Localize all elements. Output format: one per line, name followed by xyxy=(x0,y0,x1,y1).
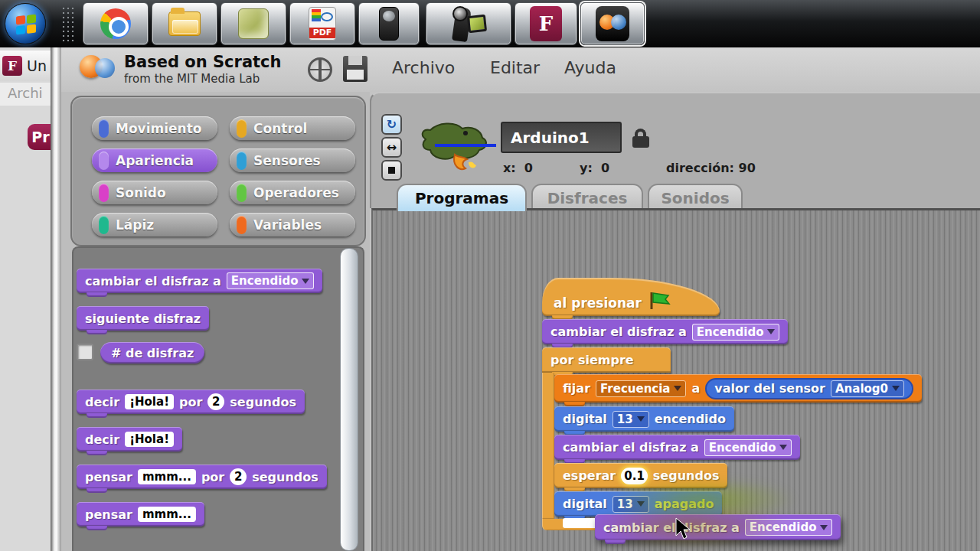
tab-disfraces[interactable]: Disfraces xyxy=(531,184,643,211)
app-button-gadget[interactable] xyxy=(358,2,420,45)
script-block-fijar-frecuencia[interactable]: fijar Frecuencia a valor del sensor Anal… xyxy=(554,374,922,403)
category-lapiz[interactable]: Lápiz xyxy=(92,213,217,236)
block-label: digital xyxy=(563,497,607,511)
app-button-flash[interactable]: F xyxy=(514,2,577,45)
windows-start-button[interactable] xyxy=(5,3,46,44)
palette-block-pensar[interactable]: pensar mmm... xyxy=(77,502,204,527)
control-color-pill xyxy=(237,119,247,138)
block-label: cambiar el disfraz a xyxy=(550,324,687,339)
app-button-file-explorer[interactable] xyxy=(152,2,217,45)
text-input[interactable]: ¡Hola! xyxy=(125,432,174,447)
pin-dropdown[interactable]: 13 xyxy=(612,496,649,513)
tab-sonidos[interactable]: Sonidos xyxy=(648,184,743,211)
category-sonido[interactable]: Sonido xyxy=(92,181,217,204)
pdf-label: PDF xyxy=(309,28,335,38)
palette-scrollbar[interactable] xyxy=(340,248,358,551)
por-siempre-arm xyxy=(542,373,554,519)
camcorder-icon xyxy=(448,6,489,41)
menu-editar[interactable]: Editar xyxy=(490,58,540,77)
chevron-down-icon xyxy=(820,525,828,530)
script-block-cambiar-disfraz-2[interactable]: cambiar el disfraz a Encendido xyxy=(554,435,800,460)
tab-label: Sonidos xyxy=(661,189,729,207)
flip-icon: ↔ xyxy=(387,140,397,155)
dragged-block-cambiar-disfraz[interactable]: cambiar el disfraz a Encendido xyxy=(595,514,841,540)
chevron-down-icon xyxy=(779,445,787,450)
sprite-name-field[interactable]: Arduino1 xyxy=(501,122,622,153)
sensor-dropdown[interactable]: Analog0 xyxy=(831,380,904,397)
script-block-por-siempre[interactable]: por siempre xyxy=(542,347,671,373)
screen: PDF F F Un Archi Pr Based on Scratch fr xyxy=(0,0,980,551)
app-button-video-capture[interactable] xyxy=(426,2,511,45)
app-button-notes[interactable] xyxy=(220,2,286,45)
script-block-cambiar-disfraz-1[interactable]: cambiar el disfraz a Encendido xyxy=(542,319,788,344)
app-subtitle: from the MIT Media Lab xyxy=(124,72,260,86)
green-flag-icon xyxy=(648,291,671,311)
menu-ayuda[interactable]: Ayuda xyxy=(564,58,616,77)
s4a-icon xyxy=(596,6,629,41)
rotate-style-button[interactable]: ↻ xyxy=(381,114,402,135)
dropdown-value: Encendido xyxy=(231,274,299,288)
chevron-down-icon xyxy=(892,386,900,391)
lock-icon[interactable] xyxy=(632,129,649,148)
pin-dropdown[interactable]: 13 xyxy=(612,411,649,428)
category-sensores[interactable]: Sensores xyxy=(230,148,355,172)
text-input[interactable]: mmm... xyxy=(138,507,196,522)
text-input[interactable]: ¡Hola! xyxy=(125,394,174,409)
block-label: cambiar el disfraz a xyxy=(85,274,221,289)
watcher-checkbox[interactable] xyxy=(77,344,93,360)
flip-style-button[interactable]: ↔ xyxy=(381,137,402,158)
palette-block-cambiar-disfraz[interactable]: cambiar el disfraz a Encendido xyxy=(77,269,322,293)
category-variables[interactable]: Variables xyxy=(230,213,355,236)
notes-icon xyxy=(238,8,269,39)
category-apariencia[interactable]: Apariencia xyxy=(92,148,217,172)
script-block-digital-encendido[interactable]: digital 13 encendido xyxy=(554,406,734,432)
no-rotate-style-button[interactable] xyxy=(381,160,402,181)
costume-dropdown[interactable]: Encendido xyxy=(745,519,833,536)
block-label: por xyxy=(179,395,202,409)
block-label: pensar xyxy=(85,507,132,522)
costume-dropdown[interactable]: Encendido xyxy=(692,324,780,341)
costume-dropdown[interactable]: Encendido xyxy=(704,439,792,456)
variables-color-pill xyxy=(237,216,247,234)
costume-dropdown[interactable]: Encendido xyxy=(227,272,315,289)
save-icon[interactable] xyxy=(343,56,368,82)
block-label: valor del sensor xyxy=(714,381,825,396)
category-control[interactable]: Control xyxy=(230,116,355,140)
app-button-chrome[interactable] xyxy=(83,2,149,45)
app-button-s4a[interactable] xyxy=(580,2,645,45)
sprite-direction: dirección: 90 xyxy=(666,161,756,175)
background-window-title: Un xyxy=(27,57,47,74)
number-input[interactable]: 2 xyxy=(230,468,247,485)
variable-dropdown[interactable]: Frecuencia xyxy=(596,380,686,397)
menu-archivo[interactable]: Archivo xyxy=(392,58,455,77)
palette-block-pensar-por[interactable]: pensar mmm... por 2 segundos xyxy=(77,465,327,489)
palette-reporter-num-disfraz[interactable]: # de disfraz xyxy=(100,342,204,364)
sprite-header: ↻ ↔ Arduino1 x: 0 y: 0 dirección: 90 Pro… xyxy=(370,92,980,208)
dropdown-value: Encendido xyxy=(697,325,764,339)
palette-block-decir-por[interactable]: decir ¡Hola! por 2 segundos xyxy=(77,390,305,414)
number-input[interactable]: 0.1 xyxy=(621,468,648,484)
background-window-badge[interactable]: Pr xyxy=(28,124,54,150)
dropdown-value: Encendido xyxy=(750,520,817,534)
text-input[interactable]: mmm... xyxy=(138,469,196,484)
reporter-valor-del-sensor[interactable]: valor del sensor Analog0 xyxy=(705,378,913,399)
tab-label: Programas xyxy=(415,189,508,207)
block-label: segundos xyxy=(230,395,296,409)
script-block-digital-apagado[interactable]: digital 13 apagado xyxy=(554,491,722,517)
sprite-thumbnail-dragon[interactable] xyxy=(415,115,499,184)
block-label: cambiar el disfraz a xyxy=(603,520,740,535)
category-movimiento[interactable]: Movimiento xyxy=(92,116,217,140)
background-window-titlebar: F Un xyxy=(0,51,51,81)
tab-programas[interactable]: Programas xyxy=(397,184,527,211)
block-label: al presionar xyxy=(554,295,642,311)
category-operadores[interactable]: Operadores xyxy=(230,181,355,204)
app-button-pdf[interactable]: PDF xyxy=(289,2,355,45)
category-label: Variables xyxy=(253,217,322,233)
language-globe-icon[interactable] xyxy=(308,57,332,82)
script-block-esperar[interactable]: esperar 0.1 segundos xyxy=(554,463,727,488)
palette-block-decir[interactable]: decir ¡Hola! xyxy=(77,427,182,452)
palette-block-siguiente-disfraz[interactable]: siguiente disfraz xyxy=(77,306,209,331)
number-input[interactable]: 2 xyxy=(207,393,224,410)
background-window-menu[interactable]: Archi xyxy=(0,83,51,106)
tab-label: Disfraces xyxy=(547,189,628,207)
